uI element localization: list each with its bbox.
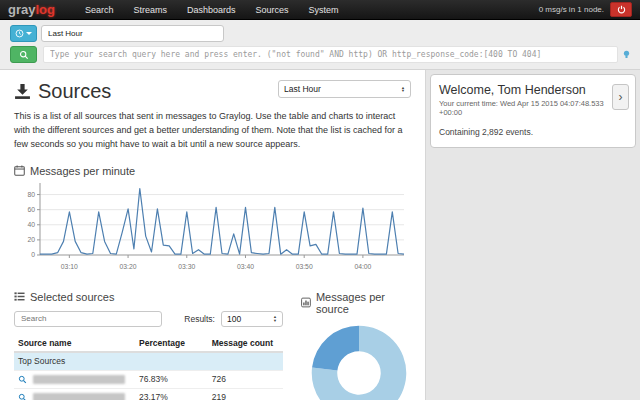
messages-per-source-title-text: Messages per source <box>316 291 411 315</box>
results-value: 100 <box>227 314 241 324</box>
search-icon <box>18 375 27 384</box>
table-controls: Results: 100 ▲▼ <box>14 311 283 327</box>
search-source-link[interactable] <box>18 375 27 384</box>
nav-item-dashboards[interactable]: Dashboards <box>177 0 246 20</box>
logo-gray-text: gray <box>8 2 35 17</box>
page-description: This is a list of all sources that sent … <box>14 110 412 152</box>
sources-timerange-value: Last Hour <box>284 84 321 94</box>
svg-text:03:40: 03:40 <box>237 263 254 270</box>
col-percentage[interactable]: Percentage <box>135 335 208 352</box>
graylog-app: graylog SearchStreamsDashboardsSourcesSy… <box>0 0 640 400</box>
page-header: Sources Last Hour ▲▼ <box>14 80 411 103</box>
bar-chart-icon <box>301 297 311 308</box>
group-row-top-sources: Top Sources <box>14 352 283 371</box>
svg-text:80: 80 <box>27 191 35 198</box>
sources-page: Sources Last Hour ▲▼ This is a list of a… <box>0 70 426 400</box>
redacted-source-name <box>33 375 125 384</box>
timerange-input[interactable] <box>41 25 224 42</box>
navbar-right: 0 msg/s in 1 node. <box>539 2 632 17</box>
message-count-cell: 726 <box>208 370 283 388</box>
table-row: 76.83%726 <box>14 370 283 388</box>
selected-sources-title-text: Selected sources <box>30 291 114 303</box>
select-steppers-icon: ▲▼ <box>401 86 405 93</box>
svg-text:03:30: 03:30 <box>178 263 195 270</box>
col-source-name[interactable]: Source name <box>14 335 135 352</box>
selected-sources-block: Selected sources Results: 100 ▲▼ <box>14 291 283 400</box>
message-count-cell: 219 <box>208 388 283 400</box>
donut-wrap <box>307 321 411 400</box>
messages-per-minute-title-text: Messages per minute <box>30 165 135 177</box>
sidebar-collapse-button[interactable]: › <box>612 84 629 110</box>
redacted-source-name <box>33 393 125 400</box>
right-sidebar: Welcome, Tom Henderson Your current time… <box>426 70 640 400</box>
donut-slice[interactable] <box>312 326 359 371</box>
caret-down-icon <box>26 32 32 35</box>
nav-item-search[interactable]: Search <box>75 0 124 20</box>
table-header-row: Source name Percentage Message count <box>14 335 283 352</box>
nav-items: SearchStreamsDashboardsSourcesSystem <box>75 0 349 20</box>
select-steppers-icon: ▲▼ <box>273 315 277 322</box>
timerange-dropdown-button[interactable] <box>10 25 37 42</box>
shutdown-button[interactable] <box>610 2 632 17</box>
search-query-input[interactable] <box>43 46 618 63</box>
results-label: Results: <box>184 314 215 324</box>
svg-text:0: 0 <box>31 251 35 258</box>
sources-filter-input[interactable] <box>14 311 162 327</box>
list-icon <box>14 291 25 302</box>
table-row: 23.17%219 <box>14 388 283 400</box>
results-control: Results: 100 ▲▼ <box>184 311 283 327</box>
welcome-heading: Welcome, Tom Henderson <box>439 83 627 97</box>
page-title: Sources <box>14 80 111 103</box>
svg-text:60: 60 <box>27 206 35 213</box>
percentage-cell: 76.83% <box>135 370 208 388</box>
query-row <box>10 46 630 63</box>
messages-per-source-block: Messages per source <box>283 291 411 400</box>
results-select[interactable]: 100 ▲▼ <box>221 311 283 327</box>
events-count-text: Containing 2,892 events. <box>439 127 627 137</box>
svg-text:04:00: 04:00 <box>354 263 371 270</box>
sources-table: Source name Percentage Message count Top… <box>14 335 283 400</box>
calendar-icon <box>14 165 25 176</box>
nav-item-system[interactable]: System <box>299 0 349 20</box>
current-time-text: Your current time: Wed Apr 15 2015 04:07… <box>439 99 627 117</box>
graylog-logo[interactable]: graylog <box>8 2 55 17</box>
throughput-indicator: 0 msg/s in 1 node. <box>539 5 604 14</box>
welcome-card: Welcome, Tom Henderson Your current time… <box>430 74 636 148</box>
selected-sources-title: Selected sources <box>14 291 283 303</box>
svg-text:03:10: 03:10 <box>61 263 78 270</box>
search-icon <box>18 393 27 400</box>
nav-item-sources[interactable]: Sources <box>246 0 299 20</box>
messages-per-source-title: Messages per source <box>301 291 411 315</box>
nav-item-streams[interactable]: Streams <box>124 0 178 20</box>
svg-text:03:20: 03:20 <box>120 263 137 270</box>
logo-log-text: log <box>35 2 55 17</box>
search-source-link[interactable] <box>18 393 27 400</box>
timerange-row <box>10 25 630 42</box>
percentage-cell: 23.17% <box>135 388 208 400</box>
messages-per-source-donut[interactable] <box>307 321 411 400</box>
messages-per-minute-chart[interactable]: 02040608003:1003:2003:3003:4003:5004:00 <box>14 177 412 277</box>
svg-text:20: 20 <box>27 236 35 243</box>
col-message-count[interactable]: Message count <box>208 335 283 352</box>
sources-download-icon <box>14 83 31 100</box>
search-bar <box>0 20 640 70</box>
power-icon <box>617 5 626 14</box>
messages-per-minute-title: Messages per minute <box>14 165 411 177</box>
search-icon <box>19 50 29 60</box>
bottom-split: Selected sources Results: 100 ▲▼ <box>14 291 411 400</box>
clock-icon <box>15 29 24 38</box>
page-title-text: Sources <box>38 80 111 103</box>
svg-text:40: 40 <box>27 221 35 228</box>
sources-timerange-select[interactable]: Last Hour ▲▼ <box>278 80 411 98</box>
search-docs-lightbulb-icon[interactable] <box>623 50 630 59</box>
search-submit-button[interactable] <box>10 46 37 63</box>
svg-text:03:50: 03:50 <box>296 263 313 270</box>
main-area: Sources Last Hour ▲▼ This is a list of a… <box>0 70 640 400</box>
top-navbar: graylog SearchStreamsDashboardsSourcesSy… <box>0 0 640 20</box>
